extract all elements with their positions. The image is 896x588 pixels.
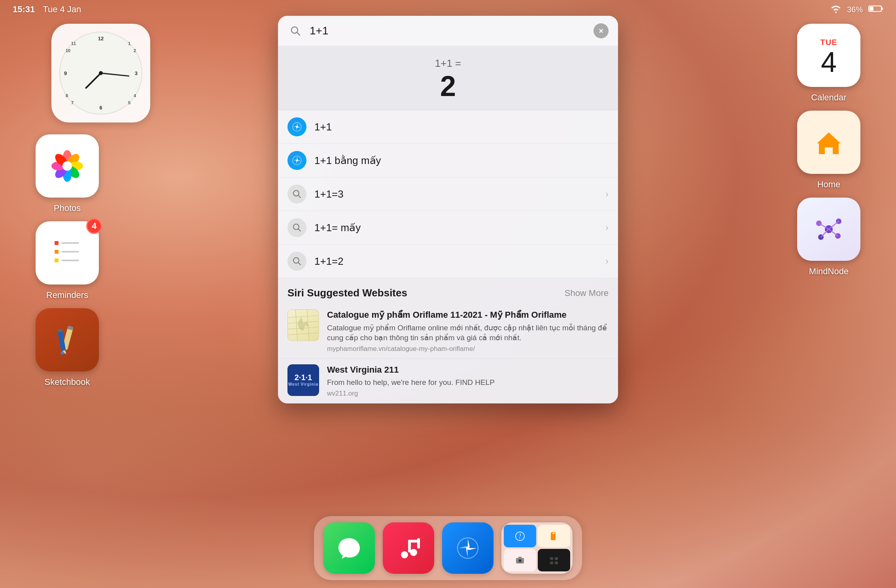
svg-line-31	[821, 229, 829, 237]
mindnode-label: MindNode	[809, 266, 849, 277]
sketchbook-app[interactable]: Sketchbook	[36, 308, 99, 387]
suggestion-text-4: 1+1= mấy	[314, 222, 597, 234]
reminders-app[interactable]: 4 Reminders	[36, 221, 99, 300]
svg-line-77	[288, 316, 319, 318]
search-clear-button[interactable]: ×	[594, 23, 609, 38]
svg-line-76	[298, 262, 301, 265]
suggestion-search-icon-3	[287, 185, 306, 204]
chevron-icon-4: ›	[605, 222, 609, 233]
website-title-wv211: West Virginia 211	[327, 364, 609, 376]
dock	[314, 516, 582, 580]
svg-line-30	[829, 221, 839, 229]
battery-percent: 36%	[847, 5, 863, 14]
search-input[interactable]	[310, 24, 587, 37]
clock-num-2: 2	[134, 48, 136, 53]
svg-rect-52	[518, 557, 522, 558]
svg-point-34	[410, 549, 417, 556]
siri-section-title: Siri Suggested Websites	[287, 287, 407, 299]
svg-rect-12	[55, 241, 59, 245]
photos-app[interactable]: Photos	[36, 134, 99, 213]
sketchbook-icon	[36, 308, 99, 371]
website-desc-wv211: From hello to help, we're here for you. …	[327, 377, 609, 388]
svg-point-11	[62, 161, 72, 171]
home-icon	[797, 111, 860, 174]
svg-line-72	[298, 195, 301, 198]
chevron-icon-3: ›	[605, 188, 609, 200]
clock-num-3: 3	[135, 70, 138, 76]
clock-face: 12 3 6 9 1 11 2 10 4 8 5 7	[59, 32, 142, 115]
calc-answer: 2	[291, 72, 605, 100]
siri-suggested-websites: Siri Suggested Websites Show More Catalo…	[278, 278, 618, 403]
suggestion-text-1: 1+1	[314, 121, 609, 133]
website-info-oriflame: Catalogue mỹ phẩm Oriflame 11-2021 - Mỹ …	[327, 309, 609, 353]
svg-rect-15	[61, 251, 79, 253]
suggestion-row-4[interactable]: 1+1= mấy ›	[278, 211, 618, 245]
website-desc-oriflame: Catalogue mỹ phẩm Oriflame online mới nh…	[327, 323, 609, 343]
website-row-wv211[interactable]: 2·1·1 West Virginia West Virginia 211 Fr…	[278, 359, 618, 403]
calculator-result-panel: 1+1 = 2	[278, 46, 618, 110]
status-right: 36%	[830, 4, 883, 15]
reminders-icon: 4	[36, 221, 99, 285]
svg-line-81	[296, 310, 298, 341]
reminders-badge: 4	[86, 218, 102, 234]
suggestion-text-5: 1+1=2	[314, 255, 597, 268]
svg-point-33	[401, 551, 408, 558]
svg-rect-48	[552, 533, 555, 534]
clock-num-5: 5	[128, 100, 130, 105]
suggestion-safari-icon-2	[287, 151, 306, 170]
clock-widget[interactable]: 12 3 6 9 1 11 2 10 4 8 5 7	[51, 24, 150, 122]
clock-num-11: 11	[71, 41, 76, 46]
suggestion-row-3[interactable]: 1+1=3 ›	[278, 177, 618, 211]
svg-rect-55	[550, 562, 553, 564]
wv211-logo-text: West Virginia	[288, 382, 318, 386]
search-icon	[287, 23, 303, 39]
dock-safari-icon[interactable]	[442, 522, 493, 574]
svg-rect-37	[408, 540, 420, 543]
photos-icon	[36, 134, 99, 198]
svg-rect-1	[870, 7, 873, 11]
clock-num-12: 12	[98, 36, 104, 41]
home-app[interactable]: Home	[797, 111, 860, 190]
photos-icon-graphic	[36, 134, 99, 198]
svg-rect-17	[61, 260, 79, 261]
calendar-app[interactable]: TUE 4 Calendar	[797, 24, 860, 103]
clock-hour-hand	[85, 73, 102, 89]
sketchbook-label: Sketchbook	[45, 377, 90, 387]
clock-num-6: 6	[99, 105, 102, 111]
dock-group-icon[interactable]	[501, 522, 573, 574]
svg-marker-46	[519, 536, 520, 540]
mindnode-app[interactable]: MindNode	[797, 198, 860, 277]
dock-messages-icon[interactable]	[323, 522, 375, 574]
suggestion-row-5[interactable]: 1+1=2 ›	[278, 245, 618, 278]
status-date: Tue 4 Jan	[43, 4, 81, 15]
svg-marker-45	[520, 532, 521, 536]
clock-minute-hand	[101, 73, 129, 77]
website-thumb-wv211: 2·1·1 West Virginia	[287, 364, 319, 396]
svg-point-70	[296, 160, 298, 162]
svg-line-74	[298, 229, 301, 231]
website-row-oriflame[interactable]: Catalogue mỹ phẩm Oriflame 11-2021 - Mỹ …	[278, 304, 618, 359]
svg-line-58	[297, 32, 300, 35]
svg-rect-53	[550, 557, 553, 560]
wv211-logo-nums: 2·1·1	[295, 373, 312, 381]
battery-icon	[868, 5, 883, 15]
dock-group-books	[538, 525, 570, 547]
clock-num-10: 10	[66, 48, 70, 53]
svg-rect-14	[55, 250, 59, 254]
website-url-oriflame: myphamoriflame.vn/catalogue-my-pham-orif…	[327, 345, 609, 353]
suggestion-row-2[interactable]: 1+1 bằng mấy	[278, 144, 618, 177]
show-more-button[interactable]: Show More	[565, 288, 609, 298]
svg-rect-13	[61, 242, 79, 244]
website-url-wv211: wv211.org	[327, 390, 609, 398]
svg-marker-83	[297, 317, 309, 331]
photos-label: Photos	[54, 203, 81, 213]
svg-point-51	[519, 560, 521, 562]
dock-music-icon[interactable]	[383, 522, 434, 574]
chevron-icon-5: ›	[605, 256, 609, 267]
mindnode-icon	[797, 198, 860, 261]
search-overlay: × 1+1 = 2 1+1	[278, 16, 618, 403]
svg-rect-2	[881, 8, 883, 10]
dock-group-camera	[504, 549, 536, 571]
suggestion-row-1[interactable]: 1+1	[278, 110, 618, 144]
calc-expression: 1+1 =	[291, 57, 605, 70]
